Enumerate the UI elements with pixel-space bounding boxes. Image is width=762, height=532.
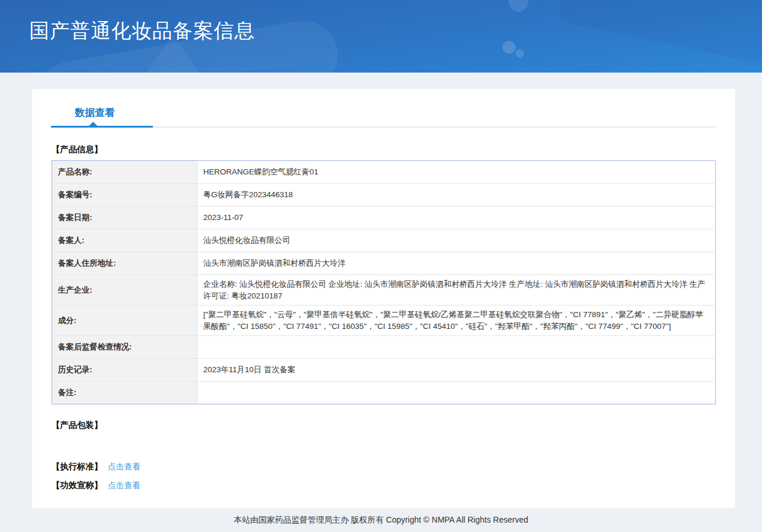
row-value: 汕头悦橙化妆品有限公司 bbox=[197, 229, 716, 252]
table-row: 历史记录:2023年11月10日 首次备案 bbox=[52, 359, 716, 382]
row-label: 成分: bbox=[52, 306, 197, 336]
row-label: 备案人: bbox=[52, 229, 197, 252]
row-value: ["聚二甲基硅氧烷"，"云母"，"聚甲基倍半硅氧烷"，"聚二甲基硅氧烷/乙烯基聚… bbox=[197, 306, 716, 336]
efficacy-claim-heading: 【功效宣称】 bbox=[52, 480, 102, 491]
banner-decoration-circle bbox=[515, 49, 524, 58]
row-value: 企业名称: 汕头悦橙化妆品有限公司 企业地址: 汕头市潮南区胪岗镇泗和村桥西片大… bbox=[197, 275, 716, 306]
row-value bbox=[197, 382, 716, 404]
content-card: 数据查看 【产品信息】 产品名称:HERORANGE蝶韵空气腮红膏01备案编号:… bbox=[32, 89, 735, 508]
table-row: 成分:["聚二甲基硅氧烷"，"云母"，"聚甲基倍半硅氧烷"，"聚二甲基硅氧烷/乙… bbox=[52, 306, 716, 336]
tabs-bar: 数据查看 bbox=[32, 89, 735, 128]
table-row: 备案日期:2023-11-07 bbox=[52, 207, 716, 229]
row-label: 备案日期: bbox=[52, 207, 197, 229]
row-value: 粤G妆网备字2023446318 bbox=[197, 184, 716, 207]
tab-rule bbox=[52, 126, 716, 128]
table-row: 备案编号:粤G妆网备字2023446318 bbox=[52, 184, 716, 207]
execution-standard-heading: 【执行标准】 bbox=[52, 461, 102, 472]
row-label: 生产企业: bbox=[52, 275, 197, 306]
page-title: 国产普通化妆品备案信息 bbox=[0, 0, 762, 44]
product-info-table: 产品名称:HERORANGE蝶韵空气腮红膏01备案编号:粤G妆网备字202344… bbox=[52, 160, 716, 404]
efficacy-claim-view-link[interactable]: 点击查看 bbox=[108, 480, 141, 491]
tab-active-caret-icon bbox=[88, 122, 98, 126]
page-header-banner: 国产普通化妆品备案信息 bbox=[0, 0, 762, 73]
table-row: 备案人:汕头悦橙化妆品有限公司 bbox=[52, 229, 716, 252]
row-value: 2023-11-07 bbox=[197, 207, 716, 229]
copyright-text: 本站由国家药品监督管理局主办 版权所有 Copyright © NMPA All… bbox=[234, 515, 528, 526]
page-footer: 本站由国家药品监督管理局主办 版权所有 Copyright © NMPA All… bbox=[0, 508, 762, 532]
product-packaging-heading: 【产品包装】 bbox=[52, 420, 716, 431]
row-value: 汕头市潮南区胪岗镇泗和村桥西片大坽洋 bbox=[197, 252, 716, 275]
execution-standard-view-link[interactable]: 点击查看 bbox=[108, 462, 141, 472]
row-label: 历史记录: bbox=[52, 359, 197, 382]
row-label: 备案人住所地址: bbox=[52, 252, 197, 275]
row-label: 备案编号: bbox=[52, 184, 197, 207]
table-row: 备案人住所地址:汕头市潮南区胪岗镇泗和村桥西片大坽洋 bbox=[52, 252, 716, 275]
row-value: 2023年11月10日 首次备案 bbox=[197, 359, 716, 382]
table-row: 备注: bbox=[52, 382, 716, 404]
row-label: 产品名称: bbox=[52, 161, 197, 184]
row-label: 备案后监督检查情况: bbox=[52, 336, 197, 359]
product-info-table-body: 产品名称:HERORANGE蝶韵空气腮红膏01备案编号:粤G妆网备字202344… bbox=[52, 161, 716, 404]
row-value: HERORANGE蝶韵空气腮红膏01 bbox=[197, 161, 716, 184]
product-info-heading: 【产品信息】 bbox=[52, 144, 716, 155]
efficacy-claim-row: 【功效宣称】 点击查看 bbox=[52, 480, 716, 491]
tab-active-underline bbox=[51, 126, 153, 128]
execution-standard-row: 【执行标准】 点击查看 bbox=[52, 461, 716, 472]
row-value bbox=[197, 336, 716, 359]
table-row: 备案后监督检查情况: bbox=[52, 336, 716, 359]
row-label: 备注: bbox=[52, 382, 197, 404]
table-row: 产品名称:HERORANGE蝶韵空气腮红膏01 bbox=[52, 161, 716, 184]
table-row: 生产企业:企业名称: 汕头悦橙化妆品有限公司 企业地址: 汕头市潮南区胪岗镇泗和… bbox=[52, 275, 716, 306]
